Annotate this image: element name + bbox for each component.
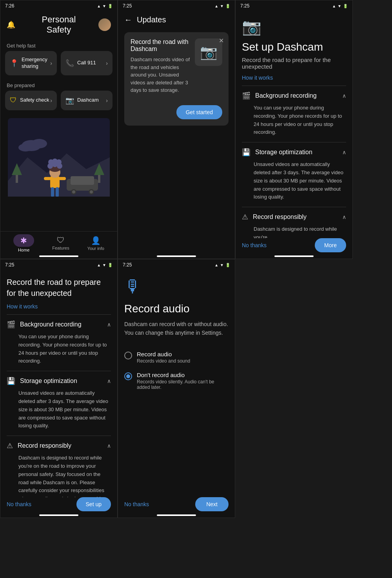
nav-indicator-2 xyxy=(157,255,196,257)
record-road-content: Record the road to prepare for the unexp… xyxy=(0,270,117,497)
quick-actions-row: 📍 Emergencysharing › 📞 Call 911 › xyxy=(0,51,117,79)
screen-record-road: 7:25 ▲ ▼ 🔋 Record the road to prepare fo… xyxy=(0,259,118,518)
section-label-help: Get help fast xyxy=(0,40,117,51)
storage-icon-4: 💾 xyxy=(7,377,15,385)
bg-recording-chevron-4-icon: ∧ xyxy=(107,321,111,328)
storage-title: Storage optimization xyxy=(255,149,312,156)
bg-recording-accordion-4: 🎬 Background recording ∧ You can use you… xyxy=(7,314,111,371)
record-audio-option[interactable]: Record audio Records video and sound xyxy=(124,347,229,368)
screen-personal-safety: 7:26 ▲ ▼ 🔋 🔔 Personal Safety Get help fa… xyxy=(0,0,118,259)
dashcam-update-card: Record the road with Dashcam Dashcam rec… xyxy=(124,32,229,126)
close-card-icon[interactable]: ✕ xyxy=(219,37,224,44)
nav-your-info[interactable]: 👤 Your info xyxy=(87,236,104,251)
record-resp-body: Dashcam is designed to record while you'… xyxy=(242,225,346,238)
prepared-row: 🛡 Safety check › 📷 Dashcam › xyxy=(0,91,117,114)
bg-recording-header[interactable]: 🎬 Background recording ∧ xyxy=(242,91,346,100)
storage-body-4: Unsaved videos are automatically deleted… xyxy=(7,389,111,430)
setup-dashcam-content: 📷 Set up Dashcam Record the road to prep… xyxy=(236,11,352,238)
more-button[interactable]: More xyxy=(315,238,346,252)
nav-indicator-4 xyxy=(39,514,78,516)
setup-button[interactable]: Set up xyxy=(76,497,111,511)
svg-point-24 xyxy=(52,159,58,164)
updates-title: Updates xyxy=(137,15,166,24)
chevron-right-2-icon: › xyxy=(106,60,108,66)
notification-icon[interactable]: 🔔 xyxy=(7,20,15,29)
storage-chevron-4-icon: ∧ xyxy=(107,378,111,384)
chevron-right-3-icon: › xyxy=(50,97,52,104)
battery3-icon: 🔋 xyxy=(343,4,348,8)
battery2-icon: 🔋 xyxy=(225,4,230,8)
dashcam-button[interactable]: 📷 Dashcam › xyxy=(61,91,113,110)
svg-rect-17 xyxy=(44,177,51,180)
bg-recording-header-4[interactable]: 🎬 Background recording ∧ xyxy=(7,320,111,329)
record-resp-icon-4: ⚠ xyxy=(7,441,13,450)
svg-point-26 xyxy=(31,139,47,148)
back-arrow-icon[interactable]: ← xyxy=(124,15,132,24)
screen-updates: 7:25 ▲ ▼ 🔋 ← Updates Record the road wit… xyxy=(118,0,235,259)
safety-check-icon: 🛡 xyxy=(10,96,17,104)
storage-header-4[interactable]: 💾 Storage optimization ∧ xyxy=(7,377,111,385)
battery4-icon: 🔋 xyxy=(108,263,113,267)
empty-bottom-right xyxy=(235,259,353,518)
safety-check-button[interactable]: 🛡 Safety check › xyxy=(5,91,57,110)
dont-record-audio-label: Don't record audio xyxy=(137,372,229,378)
radio-circle-1 xyxy=(124,352,132,359)
status-icons-1: ▲ ▼ 🔋 xyxy=(97,4,113,8)
update-card-desc: Dashcam records video of the road and ve… xyxy=(131,56,191,94)
record-resp-title: Record responsibly xyxy=(253,213,307,221)
get-started-button[interactable]: Get started xyxy=(176,105,222,119)
radio-circle-2 xyxy=(124,372,132,380)
setup-footer-3: No thanks More xyxy=(236,238,352,252)
record-resp-header[interactable]: ⚠ Record responsibly ∧ xyxy=(242,213,346,221)
nav-features-label: Features xyxy=(52,246,69,250)
record-resp-icon: ⚠ xyxy=(242,213,248,221)
nav-home[interactable]: ✱ Home xyxy=(13,234,34,252)
no-thanks-button-5[interactable]: No thanks xyxy=(124,501,149,507)
bg-recording-title: Background recording xyxy=(255,92,317,99)
emergency-sharing-button[interactable]: 📍 Emergencysharing › xyxy=(5,51,57,75)
dont-record-audio-option[interactable]: Don't record audio Records video silentl… xyxy=(124,368,229,394)
status-bar-2: 7:25 ▲ ▼ 🔋 xyxy=(118,0,235,11)
svg-point-22 xyxy=(47,163,53,169)
record-resp-accordion-4: ⚠ Record responsibly ∧ Dashcam is design… xyxy=(7,436,111,497)
microphone-icon: 🎙 xyxy=(124,277,229,296)
svg-rect-16 xyxy=(56,187,59,197)
status-icons-2: ▲ ▼ 🔋 xyxy=(214,4,230,8)
dashcam-card-icon: 📷 xyxy=(200,44,218,60)
status-bar-1: 7:26 ▲ ▼ 🔋 xyxy=(0,0,117,11)
how-it-works-link-4[interactable]: How it works xyxy=(7,303,111,310)
nav-home-label: Home xyxy=(18,248,29,252)
screen-record-audio: 7:25 ▲ ▼ 🔋 🎙 Record audio Dashcam can re… xyxy=(118,259,235,518)
setup-dashcam-subtitle: Record the road to prepare for the unexp… xyxy=(242,57,346,70)
emergency-icon: 📍 xyxy=(10,59,18,67)
no-thanks-button-3[interactable]: No thanks xyxy=(242,242,267,248)
svg-rect-7 xyxy=(71,176,94,185)
status-time-3: 7:25 xyxy=(240,3,249,9)
storage-header[interactable]: 💾 Storage optimization ∧ xyxy=(242,148,346,157)
status-bar-3: 7:25 ▲ ▼ 🔋 xyxy=(236,0,352,11)
battery5-icon: 🔋 xyxy=(225,263,230,267)
record-resp-header-4[interactable]: ⚠ Record responsibly ∧ xyxy=(7,441,111,450)
svg-point-11 xyxy=(90,190,93,193)
record-resp-accordion: ⚠ Record responsibly ∧ Dashcam is design… xyxy=(242,207,346,238)
call-911-button[interactable]: 📞 Call 911 › xyxy=(61,51,113,75)
bg-recording-chevron-icon: ∧ xyxy=(342,93,346,99)
record-resp-title-4: Record responsibly xyxy=(18,442,71,449)
record-audio-title: Record audio xyxy=(124,303,229,315)
update-card-content: Record the road with Dashcam Dashcam rec… xyxy=(131,38,222,119)
setup-footer-5: No thanks Next xyxy=(118,497,235,511)
how-it-works-link[interactable]: How it works xyxy=(242,75,346,81)
signal5-icon: ▲ xyxy=(214,263,218,267)
setup-footer-4: No thanks Set up xyxy=(0,497,117,511)
next-button[interactable]: Next xyxy=(195,497,229,511)
chevron-right-4-icon: › xyxy=(106,97,108,104)
update-card-title: Record the road with Dashcam xyxy=(131,38,191,53)
nav-indicator-5 xyxy=(157,514,196,516)
bottom-navigation: ✱ Home 🛡 Features 👤 Your info xyxy=(0,231,117,259)
nav-features[interactable]: 🛡 Features xyxy=(52,236,69,250)
record-resp-chevron-icon: ∧ xyxy=(342,214,346,220)
avatar[interactable] xyxy=(98,18,111,31)
no-thanks-button-4[interactable]: No thanks xyxy=(7,501,31,507)
record-audio-desc: Dashcam can record with or without audio… xyxy=(124,320,229,337)
updates-header: ← Updates xyxy=(118,11,235,29)
